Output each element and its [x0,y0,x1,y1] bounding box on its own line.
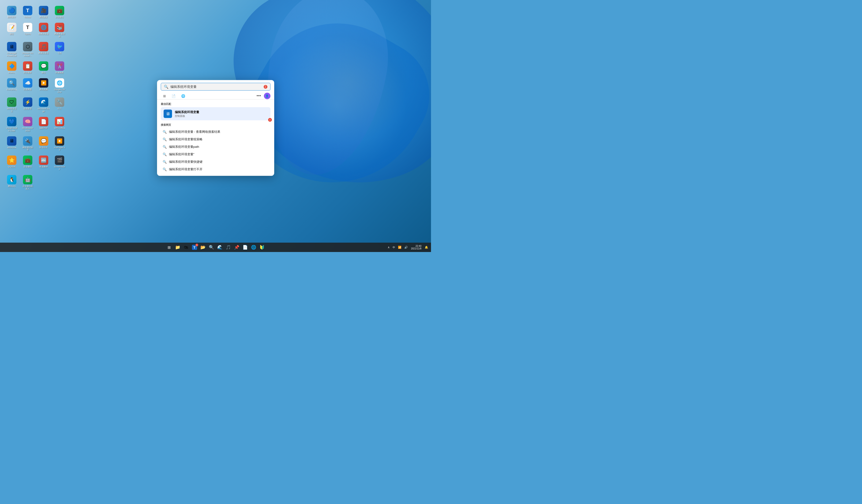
desktop-icon-grid: 🔵 翻转设计 T ToDesk 🎥 腾讯会议 💼 企业微信 📝 [2,2,69,194]
search-result-icon: 🔍 [162,130,167,134]
desktop-icon-xmanager[interactable]: 🖥 Xmanager PowerSuit [5,41,19,58]
taskbar-start-button[interactable]: ⊞ [166,243,173,251]
web-result-5[interactable]: 🔍 编辑系统环境变量快捷键 [161,158,271,165]
search-tabs: ⊞ 📄 🌐 ••• 👤 [157,91,274,100]
desktop-icon-baidu-pan[interactable]: ☁️ 百度网盘 [21,77,35,95]
taskbar-chrome[interactable]: 🌐 [250,243,257,251]
desktop-icon-label: 有道翻译 [39,165,48,168]
search-result-icon: 🔍 [162,137,167,141]
edge-icon: 🌊 [217,245,222,250]
desktop-icon-qq-space[interactable]: ⭐ QQ空间 [5,154,19,172]
desktop-icon-feishu[interactable]: 🐦 飞书 [52,41,67,58]
desktop-icon-label: 翻转设计 [8,16,16,18]
desktop-icon-label: Xmanager PowerSuit [6,52,17,57]
desktop-icon-winacme[interactable]: 🖥 WinAcme [5,135,19,153]
desktop-icon-label: 百度网盘 [24,88,32,91]
desktop-icon-cheetah[interactable]: 🌐 猎豹浏览器 [37,22,51,39]
web-result-3[interactable]: 🔍 编辑系统环境变量path [161,143,271,150]
desktop-icon-everything[interactable]: 🔍 Everything [5,77,19,95]
taskbar-typora[interactable]: T 1 [191,243,198,251]
desktop-icon-wps[interactable]: 📊 WPS Office [52,116,67,133]
taskbar-pdf[interactable]: 📄 [241,243,249,251]
web-result-text-4: 编辑系统环境变量" [169,152,195,157]
taskbar-store[interactable]: 🛍 [182,243,190,251]
desktop-icon-label: Microsoft Edge [38,107,50,112]
desktop-icon-todesk[interactable]: T ToDesk [21,5,35,20]
search-more-button[interactable]: ••• [255,93,263,99]
desktop-icon-vscode[interactable]: 💙 Visual Studio Code [5,116,19,133]
desktop-icon-weixin[interactable]: 📝 微信 [5,22,19,39]
desktop-icon-wecom[interactable]: 💼 企业微信 [52,5,67,20]
desktop-icon-tencent-meeting[interactable]: 🎥 腾讯会议 [37,5,51,20]
desktop-icon-mindmaster[interactable]: 🧠 MindMaster 2020 [21,116,35,133]
desktop-icon-wechat-2[interactable]: 💬 微信 [37,60,51,75]
taskbar-dingtalk[interactable]: 📌 [233,243,240,251]
chrome-icon: 🌐 [251,245,256,250]
tab-all[interactable]: ⊞ [161,93,168,99]
desktop-icon-xunlei[interactable]: ⚡ 迅雷影音 [21,96,35,114]
desktop-icon-network-debug[interactable]: 🔌 网络调试助手 [21,135,35,153]
desktop-icon-clipboard[interactable]: 📋 剪切板班 [21,60,35,75]
taskbar: ⊞ 📁 🛍 T 1 📂 🔍 🌊 🎵 [0,243,431,252]
music-icon: 🎵 [226,245,231,250]
search-result-icon: 🔍 [162,152,167,156]
web-result-text-6: 编辑系统环境变量打不开 [169,167,203,171]
chevron-up-icon[interactable]: ∧ [387,245,391,249]
desktop-icon-edge[interactable]: 🌊 Microsoft Edge [37,96,51,114]
desktop-icon-translate[interactable]: 🔤 有道翻译 [37,154,51,172]
pdf-icon: 📄 [243,245,248,250]
search-popup: 🔍 2 ⊞ 📄 🌐 ••• 👤 最佳匹配 🖥 [157,80,274,176]
desktop-icon-google-chrome[interactable]: 🌐 Google Chrome [52,77,67,95]
web-result-text-1: 编辑系统环境变量 - 查看网络搜索结果 [169,130,221,134]
search-input-row: 🔍 2 [161,83,271,91]
desktop-icon-label: Everything [7,88,17,91]
web-result-1[interactable]: 🔍 编辑系统环境变量 - 查看网络搜索结果 [161,128,271,136]
taskbar-music[interactable]: 🎵 [224,243,232,251]
desktop-icon-label: WinAcme [7,146,16,149]
windows-logo-icon: ⊞ [168,245,171,250]
taskbar-edge[interactable]: 🌊 [216,243,224,251]
desktop-icon-label: 猎豹浏览器 [38,33,49,35]
web-result-2[interactable]: 🔍 编辑系统环境变量组策略 [161,136,271,143]
taskbar-search[interactable]: 🔍 [208,243,215,251]
taskbar-other[interactable]: 🔰 [258,243,266,251]
desktop-icon-qq[interactable]: 🐧 腾讯QQ [5,174,19,191]
desktop-icon-screenshot[interactable]: ✂️ 快速截图 [52,60,67,75]
desktop-icon-aliwangwang[interactable]: 💬 阿里旺旺 [37,135,51,153]
desktop-icon-typora[interactable]: T Typora [21,22,35,39]
user-avatar[interactable]: 👤 [264,93,271,99]
desktop-icon-tool[interactable]: 🔧 小刀 [52,96,67,114]
desktop-icon-bot[interactable]: 🤖 企业微信机器人 [21,174,35,191]
desktop-icon-enterprise-wechat[interactable]: 💼 企业微信 [21,154,35,172]
web-result-6[interactable]: 🔍 编辑系统环境变量打不开 [161,165,271,173]
desktop-icon-drawio[interactable]: 🔷 draw.io [5,60,19,75]
taskbar-folder[interactable]: 📂 [199,243,207,251]
network-icon[interactable]: 📶 [397,245,402,249]
desktop-icon-label: 腾讯会议 [39,16,48,18]
search-input[interactable] [170,85,262,89]
desktop-icon-screentogif[interactable]: 🎬 ScreenToGIF [52,154,67,172]
clock-date: 2021/11/8 [411,247,422,250]
tab-docs[interactable]: 📄 [169,93,178,99]
volume-icon[interactable]: 🔊 [403,245,409,249]
taskbar-right: ∧ 中 📶 🔊 22:40 2021/11/8 🔔 [387,244,429,250]
desktop-icon-tencent-video[interactable]: ▶️ 腾讯视频 [37,77,51,95]
desktop-icon-label: Typora [24,33,31,35]
desktop-icon-fanzhuan[interactable]: 🔵 翻转设计 [5,5,19,20]
desktop-icon-vmware[interactable]: ⬡ VMware Workstati... [21,41,35,58]
desktop-icon-label: QQ空间 [8,165,15,168]
desktop-icon-netease-music[interactable]: 🎵 网易云音乐 [37,41,51,58]
language-indicator[interactable]: 中 [392,245,396,250]
taskbar-file-explorer[interactable]: 📁 [174,243,181,251]
tab-web[interactable]: 🌐 [179,93,187,99]
desktop-icon-youdao[interactable]: 📚 网易有道词典 [52,22,67,39]
desktop-icon-potplayer[interactable]: ▶️ PotPlayer 64 [52,135,67,153]
tab-web-icon: 🌐 [181,94,185,98]
desktop-icon-foxit-pdf[interactable]: 📄 福昕PDF [37,116,51,133]
desktop-icon-360[interactable]: 🛡 360安全卫士 [5,96,19,114]
desktop-icon-label: VMware Workstati... [22,52,34,57]
web-result-4[interactable]: 🔍 编辑系统环境变量" [161,150,271,158]
best-match-item[interactable]: 🖥 编辑系统环境变量 控制面板 3 [161,107,271,120]
taskbar-time[interactable]: 22:40 2021/11/8 [410,244,423,250]
notification-icon[interactable]: 🔔 [424,245,429,249]
